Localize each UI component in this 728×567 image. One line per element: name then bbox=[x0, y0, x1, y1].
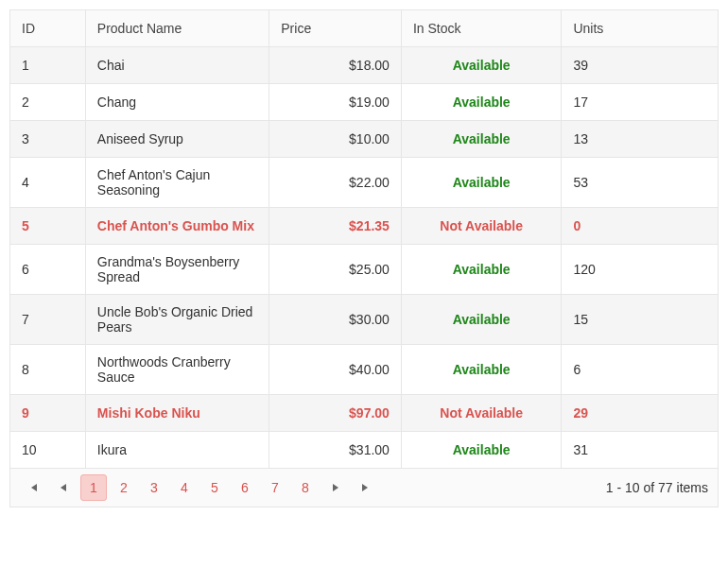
pager: 12345678 1 - 10 of 77 items bbox=[10, 468, 718, 507]
pager-page-3[interactable]: 3 bbox=[141, 474, 167, 501]
cell-id: 10 bbox=[10, 432, 86, 468]
pager-first-icon[interactable] bbox=[20, 474, 46, 501]
cell-stock: Not Available bbox=[402, 395, 563, 431]
cell-stock: Not Available bbox=[402, 208, 563, 244]
cell-name: Uncle Bob's Organic Dried Pears bbox=[86, 295, 269, 344]
pager-prev-icon[interactable] bbox=[50, 474, 77, 501]
pager-page-8[interactable]: 8 bbox=[292, 474, 319, 501]
pager-info: 1 - 10 of 77 items bbox=[606, 480, 708, 495]
cell-name: Ikura bbox=[86, 432, 269, 468]
cell-id: 8 bbox=[10, 345, 86, 394]
cell-stock: Available bbox=[402, 245, 563, 294]
cell-id: 1 bbox=[10, 47, 86, 83]
cell-price: $18.00 bbox=[269, 47, 402, 83]
cell-stock: Available bbox=[402, 345, 563, 394]
cell-units: 6 bbox=[562, 345, 718, 394]
cell-price: $31.00 bbox=[269, 432, 402, 468]
table-row[interactable]: 6Grandma's Boysenberry Spread$25.00Avail… bbox=[10, 245, 718, 295]
col-header-stock[interactable]: In Stock bbox=[402, 10, 563, 46]
cell-units: 13 bbox=[562, 121, 718, 157]
cell-name: Chang bbox=[86, 84, 269, 120]
cell-units: 53 bbox=[562, 158, 718, 207]
pager-next-icon[interactable] bbox=[322, 474, 349, 501]
table-row[interactable]: 4Chef Anton's Cajun Seasoning$22.00Avail… bbox=[10, 158, 718, 208]
cell-stock: Available bbox=[402, 158, 563, 207]
cell-name: Grandma's Boysenberry Spread bbox=[86, 245, 269, 294]
table-row[interactable]: 7Uncle Bob's Organic Dried Pears$30.00Av… bbox=[10, 295, 718, 345]
cell-units: 17 bbox=[562, 84, 718, 120]
cell-price: $10.00 bbox=[269, 121, 402, 157]
cell-id: 3 bbox=[10, 121, 86, 157]
pager-page-4[interactable]: 4 bbox=[171, 474, 198, 501]
cell-stock: Available bbox=[402, 295, 563, 344]
pager-last-icon[interactable] bbox=[353, 474, 379, 501]
pager-page-2[interactable]: 2 bbox=[111, 474, 137, 501]
table-row[interactable]: 3Aniseed Syrup$10.00Available13 bbox=[10, 121, 718, 158]
col-header-name[interactable]: Product Name bbox=[86, 10, 269, 46]
cell-price: $97.00 bbox=[269, 395, 402, 431]
cell-id: 6 bbox=[10, 245, 86, 294]
cell-id: 2 bbox=[10, 84, 86, 120]
cell-name: Chef Anton's Cajun Seasoning bbox=[86, 158, 269, 207]
cell-units: 15 bbox=[562, 295, 718, 344]
cell-units: 29 bbox=[562, 395, 718, 431]
pager-page-6[interactable]: 6 bbox=[232, 474, 258, 501]
col-header-units[interactable]: Units bbox=[562, 10, 718, 46]
cell-id: 9 bbox=[10, 395, 86, 431]
cell-price: $40.00 bbox=[269, 345, 402, 394]
table-row[interactable]: 8Northwoods Cranberry Sauce$40.00Availab… bbox=[10, 345, 718, 395]
table-row[interactable]: 9Mishi Kobe Niku$97.00Not Available29 bbox=[10, 395, 718, 432]
cell-name: Northwoods Cranberry Sauce bbox=[86, 345, 269, 394]
cell-units: 39 bbox=[562, 47, 718, 83]
cell-stock: Available bbox=[402, 432, 563, 468]
table-row[interactable]: 5Chef Anton's Gumbo Mix$21.35Not Availab… bbox=[10, 208, 718, 245]
pager-page-5[interactable]: 5 bbox=[201, 474, 228, 501]
table-row[interactable]: 2Chang$19.00Available17 bbox=[10, 84, 718, 121]
cell-units: 31 bbox=[562, 432, 718, 468]
cell-name: Aniseed Syrup bbox=[86, 121, 269, 157]
pager-page-1[interactable]: 1 bbox=[80, 474, 107, 501]
cell-price: $30.00 bbox=[269, 295, 402, 344]
cell-price: $22.00 bbox=[269, 158, 402, 207]
cell-units: 120 bbox=[562, 245, 718, 294]
cell-units: 0 bbox=[562, 208, 718, 244]
cell-id: 5 bbox=[10, 208, 86, 244]
cell-stock: Available bbox=[402, 84, 563, 120]
product-grid: ID Product Name Price In Stock Units 1Ch… bbox=[9, 9, 719, 507]
cell-name: Mishi Kobe Niku bbox=[86, 395, 269, 431]
header-row: ID Product Name Price In Stock Units bbox=[10, 10, 718, 47]
table-row[interactable]: 1Chai$18.00Available39 bbox=[10, 47, 718, 84]
cell-stock: Available bbox=[402, 47, 563, 83]
cell-price: $21.35 bbox=[269, 208, 402, 244]
cell-stock: Available bbox=[402, 121, 563, 157]
pager-page-7[interactable]: 7 bbox=[262, 474, 288, 501]
cell-price: $25.00 bbox=[269, 245, 402, 294]
cell-name: Chai bbox=[86, 47, 269, 83]
cell-price: $19.00 bbox=[269, 84, 402, 120]
col-header-id[interactable]: ID bbox=[10, 10, 86, 46]
col-header-price[interactable]: Price bbox=[269, 10, 402, 46]
cell-id: 7 bbox=[10, 295, 86, 344]
cell-id: 4 bbox=[10, 158, 86, 207]
cell-name: Chef Anton's Gumbo Mix bbox=[86, 208, 269, 244]
table-row[interactable]: 10Ikura$31.00Available31 bbox=[10, 432, 718, 468]
